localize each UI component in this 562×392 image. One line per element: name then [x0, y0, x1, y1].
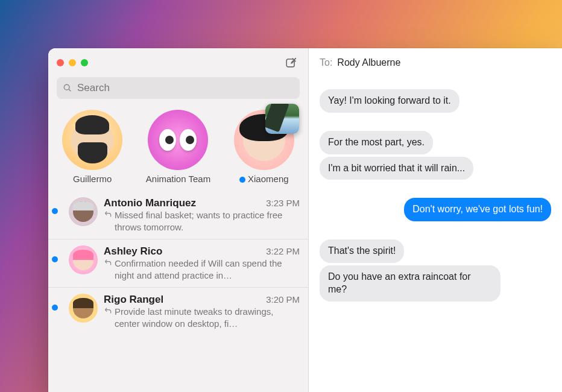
conversation-row[interactable]: Rigo Rangel 3:20 PM Provide last minute … — [48, 287, 308, 335]
unread-dot-icon — [52, 305, 58, 311]
desktop-wallpaper: Guillermo Animation Team — [0, 0, 562, 392]
pin-label: Xiaomeng — [225, 174, 303, 184]
sidebar: Guillermo Animation Team — [48, 48, 309, 392]
search-input[interactable] — [77, 82, 294, 94]
conversation-name: Antonio Manriquez — [104, 197, 196, 209]
pinned-guillermo[interactable]: Guillermo — [53, 110, 131, 184]
message-group: Yay! I'm looking forward to it. — [320, 89, 551, 113]
search-icon — [63, 83, 72, 93]
to-header: To: Rody Albuerne — [309, 48, 562, 77]
pinned-animation-team[interactable]: Animation Team — [139, 110, 217, 184]
compose-button[interactable] — [283, 54, 300, 71]
message-group: Don't worry, we've got lots fun! — [320, 198, 551, 221]
compose-icon — [285, 56, 298, 69]
pinned-conversations: Guillermo Animation Team — [48, 107, 308, 191]
attachment-thumbnail — [265, 104, 299, 134]
conversation-name: Ashley Rico — [104, 245, 162, 258]
conversation-preview: Confirmation needed if Will can spend th… — [115, 258, 300, 281]
message-group: For the most part, yes. I'm a bit worrie… — [320, 131, 551, 180]
message-bubble[interactable]: Yay! I'm looking forward to it. — [320, 89, 459, 113]
minimize-icon[interactable] — [69, 59, 76, 66]
zoom-icon[interactable] — [81, 59, 88, 66]
avatar — [69, 197, 98, 226]
pinned-xiaomeng[interactable]: Xiaomeng — [225, 110, 303, 184]
conversation-row[interactable]: Antonio Manriquez 3:23 PM Missed final b… — [48, 191, 308, 239]
conversation-time: 3:23 PM — [266, 198, 300, 208]
conversation-name: Rigo Rangel — [104, 294, 163, 306]
conversation-time: 3:20 PM — [266, 294, 300, 305]
avatar — [62, 110, 122, 170]
reply-arrow-icon — [104, 306, 112, 329]
unread-dot-icon — [52, 256, 58, 262]
to-label: To: — [320, 57, 332, 68]
conversation-row[interactable]: Ashley Rico 3:22 PM Confirmation needed … — [48, 239, 308, 287]
search-field[interactable] — [57, 77, 300, 99]
unread-dot-icon — [52, 208, 58, 214]
message-bubble[interactable]: That's the spirit! — [320, 239, 404, 263]
conversation-preview: Provide last minute tweaks to drawings, … — [115, 306, 300, 329]
message-thread: Yay! I'm looking forward to it. For the … — [309, 77, 562, 392]
reply-arrow-icon — [104, 258, 112, 281]
avatar — [148, 110, 208, 170]
message-group: That's the spirit! Do you have an extra … — [320, 239, 551, 301]
close-icon[interactable] — [57, 59, 64, 66]
conversation-preview: Missed final basket; wants to practice f… — [115, 209, 300, 233]
to-value[interactable]: Rody Albuerne — [337, 57, 400, 68]
window-controls — [57, 59, 88, 66]
reply-arrow-icon — [104, 209, 112, 233]
avatar — [69, 245, 98, 274]
message-bubble[interactable]: I'm a bit worried that it will rain... — [320, 157, 473, 180]
message-bubble[interactable]: Don't worry, we've got lots fun! — [404, 198, 551, 221]
message-bubble[interactable]: Do you have an extra raincoat for me? — [320, 265, 500, 302]
conversation-pane: To: Rody Albuerne Yay! I'm looking forwa… — [309, 48, 562, 392]
messages-window: Guillermo Animation Team — [48, 48, 562, 392]
titlebar — [48, 48, 308, 77]
pin-label: Animation Team — [139, 174, 217, 184]
message-bubble[interactable]: For the most part, yes. — [320, 131, 433, 154]
svg-point-1 — [64, 84, 69, 90]
pin-label: Guillermo — [53, 174, 131, 184]
avatar — [69, 294, 98, 323]
conversation-time: 3:22 PM — [266, 246, 300, 256]
conversation-list: Antonio Manriquez 3:23 PM Missed final b… — [48, 191, 308, 392]
unread-dot-icon — [239, 177, 245, 183]
